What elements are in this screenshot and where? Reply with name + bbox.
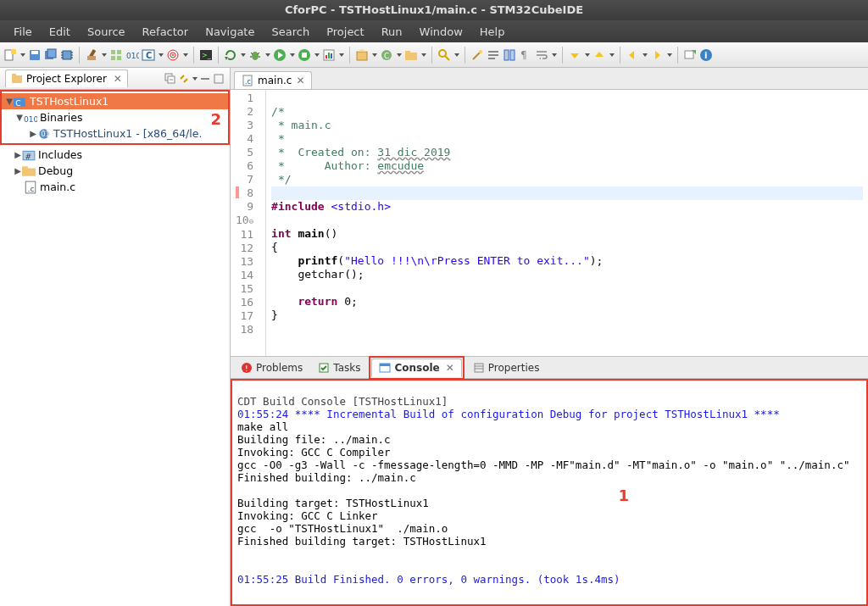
menu-search[interactable]: Search: [263, 22, 318, 42]
dropdown-icon[interactable]: [421, 53, 426, 57]
dropdown-icon[interactable]: [585, 53, 590, 57]
next-annotation-icon[interactable]: [568, 48, 581, 62]
dropdown-icon[interactable]: [290, 53, 295, 57]
close-icon[interactable]: ✕: [446, 362, 454, 374]
new-folder-icon[interactable]: [404, 48, 418, 62]
svg-rect-46: [405, 51, 410, 53]
code-content[interactable]: /* * main.c * * Created on: 31 dic 2019 …: [266, 90, 868, 356]
terminal-icon[interactable]: >_: [199, 48, 213, 62]
tree-mainc[interactable]: .c main.c: [0, 179, 230, 195]
code-editor[interactable]: 12345678910⊖1112131415161718 /* * main.c…: [231, 90, 868, 356]
svg-rect-16: [117, 50, 121, 54]
run-icon[interactable]: [273, 48, 287, 62]
c-icon[interactable]: C: [142, 48, 155, 62]
tab-problems[interactable]: ! Problems: [234, 359, 309, 376]
menu-edit[interactable]: Edit: [41, 22, 79, 42]
collapse-all-icon[interactable]: [164, 73, 176, 85]
svg-rect-72: [214, 75, 223, 83]
word-wrap-icon[interactable]: [535, 48, 548, 62]
link-editor-icon[interactable]: [178, 73, 190, 85]
close-icon[interactable]: ✕: [114, 73, 122, 85]
new-package-icon[interactable]: [355, 48, 369, 62]
new-class-icon[interactable]: C: [380, 48, 393, 62]
svg-marker-42: [357, 49, 367, 52]
forward-icon[interactable]: [650, 48, 664, 62]
coverage-icon[interactable]: [298, 48, 311, 62]
console-icon: [379, 362, 391, 374]
view-menu-icon[interactable]: [192, 77, 198, 81]
binary-icon[interactable]: 010: [125, 48, 139, 62]
tab-tasks[interactable]: Tasks: [311, 359, 367, 376]
block-select-icon[interactable]: [503, 48, 516, 62]
dropdown-icon[interactable]: [372, 53, 377, 57]
dropdown-icon[interactable]: [643, 53, 648, 57]
tree-binary-item[interactable]: ▶ 01 TSTHostLinux1 - [x86_64/le.: [2, 125, 228, 142]
new-icon[interactable]: [3, 48, 17, 62]
tree-binaries[interactable]: ▼ 010 Binaries: [2, 109, 228, 125]
menu-help[interactable]: Help: [471, 22, 514, 42]
dropdown-icon[interactable]: [454, 53, 459, 57]
dropdown-icon[interactable]: [609, 53, 615, 57]
binaries-icon: 010: [24, 112, 37, 124]
svg-rect-55: [510, 50, 515, 60]
dropdown-icon[interactable]: [314, 53, 320, 57]
prev-annotation-icon[interactable]: [593, 48, 606, 62]
project-tree[interactable]: ▼ C TSTHostLinux1 ▼ 010 Binaries ▶ 01 TS…: [2, 92, 228, 143]
properties-icon: [473, 362, 485, 374]
svg-rect-15: [111, 50, 115, 54]
refresh-icon[interactable]: [224, 48, 237, 62]
dropdown-icon[interactable]: [159, 53, 164, 57]
dropdown-icon[interactable]: [397, 53, 402, 57]
chip-icon[interactable]: [60, 48, 74, 62]
svg-point-24: [172, 54, 174, 56]
dropdown-icon[interactable]: [241, 53, 246, 57]
wand-icon[interactable]: [470, 48, 484, 62]
tree-debug-folder[interactable]: ▶ Debug: [0, 163, 230, 179]
console-output[interactable]: CDT Build Console [TSTHostLinux1] 01:55:…: [232, 381, 866, 604]
menu-window[interactable]: Window: [411, 22, 471, 42]
menu-run[interactable]: Run: [373, 22, 411, 42]
console-line: 01:55:24 **** Incremental Build of confi…: [237, 408, 780, 420]
project-tree-rest[interactable]: ▶ # Includes ▶ Debug .c main.c: [0, 145, 230, 197]
tree-project-root[interactable]: ▼ C TSTHostLinux1: [2, 93, 228, 109]
minimize-icon[interactable]: [199, 73, 211, 85]
info-icon[interactable]: i: [699, 48, 713, 62]
dropdown-icon[interactable]: [102, 53, 107, 57]
save-icon[interactable]: [28, 48, 42, 62]
menu-navigate[interactable]: Navigate: [197, 22, 263, 42]
build-config-icon[interactable]: [109, 48, 123, 62]
dropdown-icon[interactable]: [183, 53, 188, 57]
save-all-icon[interactable]: [44, 48, 58, 62]
toggle-comment-icon[interactable]: [487, 48, 500, 62]
tab-properties[interactable]: Properties: [466, 359, 547, 376]
dropdown-icon[interactable]: [20, 53, 25, 57]
debug-icon[interactable]: [248, 48, 262, 62]
dropdown-icon[interactable]: [667, 53, 672, 57]
show-whitespace-icon[interactable]: ¶: [519, 48, 532, 62]
svg-point-50: [479, 50, 482, 53]
dropdown-icon[interactable]: [265, 53, 270, 57]
menu-project[interactable]: Project: [318, 22, 372, 42]
tab-console[interactable]: Console ✕: [371, 359, 461, 377]
maximize-icon[interactable]: [213, 73, 225, 85]
close-icon[interactable]: ✕: [296, 75, 304, 86]
dropdown-icon[interactable]: [552, 53, 557, 57]
menu-file[interactable]: File: [5, 22, 41, 42]
console-line: Invoking: GCC C Linker: [237, 509, 378, 522]
project-explorer-tab[interactable]: Project Explorer ✕: [5, 69, 128, 87]
profile-icon[interactable]: [322, 48, 336, 62]
dropdown-icon[interactable]: [339, 53, 344, 57]
menu-source[interactable]: Source: [79, 22, 134, 42]
svg-rect-52: [488, 54, 498, 56]
editor-tab-mainc[interactable]: .c main.c ✕: [234, 71, 312, 89]
target-icon[interactable]: [166, 48, 180, 62]
binaries-label: Binaries: [40, 111, 82, 124]
back-icon[interactable]: [626, 48, 639, 62]
pin-editor-icon[interactable]: [683, 48, 697, 62]
menu-refactor[interactable]: Refactor: [134, 22, 198, 42]
svg-rect-6: [63, 51, 71, 59]
search-icon[interactable]: [437, 48, 451, 62]
svg-rect-71: [201, 78, 209, 80]
build-icon[interactable]: [85, 48, 98, 62]
tree-includes[interactable]: ▶ # Includes: [0, 147, 230, 163]
